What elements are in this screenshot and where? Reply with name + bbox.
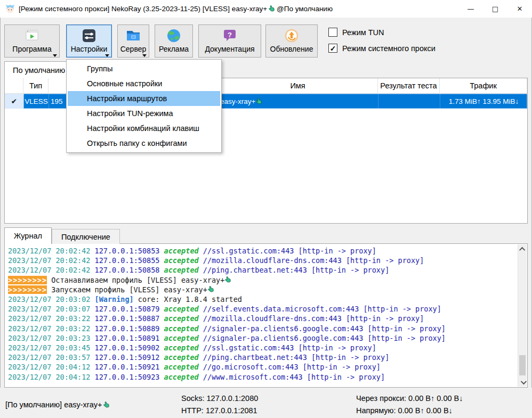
col-header-type[interactable]: Тип	[23, 78, 49, 94]
hand-cursor-icon	[224, 275, 232, 284]
log-line: 2023/12/07 20:04:12 127.0.0.1:50921 acce…	[8, 362, 526, 372]
log-line: 2023/12/07 20:03:22 127.0.0.1:50887 acce…	[8, 314, 526, 323]
log-status: accepted	[164, 324, 203, 333]
log-timestamp: 2023/12/07 20:03:45	[8, 343, 95, 352]
tun-mode-row[interactable]: Режим TUN	[328, 28, 436, 37]
tun-mode-label: Режим TUN	[342, 28, 384, 37]
system-proxy-checkbox[interactable]	[328, 44, 337, 53]
update-button[interactable]: Обновление	[265, 24, 318, 58]
log-timestamp: 2023/12/07 20:04:12	[8, 373, 95, 381]
log-line: 2023/12/07 20:02:42 127.0.0.1:50858 acce…	[8, 265, 526, 275]
log-line: >>>>>>>> Запускаем профиль [VLESS] easy-…	[8, 285, 526, 294]
documentation-bubble-icon: ?	[221, 27, 238, 44]
nekoray-app-icon	[5, 4, 15, 14]
active-profile-text: [По умолчанию] easy-xray+	[5, 400, 102, 409]
log-destination: //ping.chartbeat.net:443 [http-in -> pro…	[203, 266, 390, 274]
tab-log[interactable]: Журнал	[4, 227, 52, 244]
close-button[interactable]: ✕	[507, 0, 532, 18]
ads-button[interactable]: Реклама	[155, 24, 193, 58]
chevron-down-icon	[53, 54, 57, 57]
log-timestamp: 2023/12/07 20:03:07	[8, 305, 95, 313]
http-address: HTTP: 127.0.0.1:2081	[181, 406, 257, 415]
log-status: accepted	[164, 247, 203, 255]
log-timestamp: 2023/12/07 20:03:57	[8, 353, 95, 362]
log-status: accepted	[164, 305, 203, 313]
log-line: 2023/12/07 20:03:02 [Warning] core: Xray…	[8, 294, 526, 304]
log-destination: //ping.chartbeat.net:443 [http-in -> pro…	[203, 353, 390, 362]
row-type-cell: VLESS	[23, 94, 49, 109]
log-destination: //mozilla.cloudflare-dns.com:443 [http-i…	[203, 256, 424, 265]
log-destination: //mozilla.cloudflare-dns.com:443 [http-i…	[203, 314, 424, 323]
log-destination: //self.events.data.microsoft.com:443 [ht…	[203, 305, 441, 313]
log-line: 2023/12/07 20:03:07 127.0.0.1:50879 acce…	[8, 304, 526, 314]
tab-connections[interactable]: Подключение	[52, 229, 120, 244]
documentation-button[interactable]: ? Документация	[198, 24, 261, 58]
tab-log-label: Журнал	[14, 232, 42, 240]
log-source-ip: 127.0.0.1:50921	[95, 363, 164, 371]
settings-button[interactable]: Настройки	[66, 24, 112, 58]
system-proxy-row[interactable]: Режим системного прокси	[328, 44, 436, 53]
group-tab-label: По умолчанию	[13, 66, 65, 75]
minimize-button[interactable]: —	[458, 0, 483, 18]
server-label: Сервер	[120, 45, 147, 53]
log-source-ip: 127.0.0.1:50902	[95, 343, 164, 352]
server-button[interactable]: Сервер	[117, 24, 149, 58]
log-pane[interactable]: 2023/12/07 20:02:42 127.0.0.1:50853 acce…	[4, 243, 528, 388]
col-header-test[interactable]: Результат теста	[378, 78, 440, 94]
col-header-name[interactable]: Имя	[218, 78, 378, 94]
log-lines: 2023/12/07 20:02:42 127.0.0.1:50853 acce…	[5, 244, 527, 382]
scroll-up-icon[interactable]	[518, 244, 527, 253]
hand-cursor-icon	[207, 285, 215, 294]
log-timestamp: 2023/12/07 20:03:22	[8, 324, 95, 333]
chevron-down-icon	[105, 54, 109, 57]
menu-item-basic-settings[interactable]: Основные настройки	[68, 76, 220, 91]
log-destination: //go.microsoft.com:443 [http-in -> proxy…	[203, 363, 381, 371]
row-test-cell	[378, 94, 440, 109]
log-destination: //ssl.gstatic.com:443 [http-in -> proxy]	[203, 247, 376, 255]
settings-label: Настройки	[71, 45, 108, 53]
scrollbar-thumb[interactable]	[519, 355, 526, 375]
svg-text:?: ?	[228, 31, 232, 39]
log-source-ip: 127.0.0.1:50855	[95, 256, 164, 265]
log-message: Останавливаем профиль [VLESS] easy-xray+	[47, 276, 224, 284]
globe-icon	[165, 27, 182, 44]
scroll-down-icon[interactable]	[518, 378, 527, 387]
server-folder-icon	[125, 27, 142, 44]
log-line: 2023/12/07 20:03:45 127.0.0.1:50902 acce…	[8, 343, 526, 353]
hand-cursor-icon	[255, 97, 263, 106]
log-line: 2023/12/07 20:03:22 127.0.0.1:50889 acce…	[8, 324, 526, 333]
log-status: accepted	[164, 343, 203, 352]
tun-mode-checkbox[interactable]	[328, 28, 337, 37]
direct-traffic: Напрямую: 0.00 B↑ 0.00 B↓	[356, 406, 453, 415]
log-destination: //signaler-pa.clients6.google.com:443 [h…	[203, 334, 446, 342]
row-check-cell: ✔	[5, 94, 23, 109]
col-header-traffic[interactable]: Трафик	[440, 78, 527, 94]
menu-item-hotkey-settings[interactable]: Настройки комбинаций клавиш	[68, 121, 220, 136]
group-tab-default[interactable]: По умолчанию	[4, 61, 74, 78]
menu-item-groups[interactable]: Группы	[68, 61, 220, 76]
log-timestamp: 2023/12/07 20:03:02	[8, 295, 95, 304]
log-scrollbar[interactable]	[518, 244, 527, 387]
hand-cursor-icon	[102, 400, 111, 409]
traffic-counters: Через прокси: 0.00 B↑ 0.00 B↓Напрямую: 0…	[356, 392, 463, 417]
title-bar: [Режим системного прокси] NekoRay (3.25-…	[0, 0, 532, 18]
chevron-down-icon	[142, 54, 147, 57]
window-controls: — □ ✕	[458, 0, 532, 18]
log-status: accepted	[164, 314, 203, 323]
menu-item-tun-settings[interactable]: Настройки TUN-режима	[68, 106, 220, 121]
documentation-label: Документация	[205, 45, 254, 53]
col-header-check[interactable]	[5, 78, 23, 94]
tab-connections-label: Подключение	[61, 233, 110, 241]
log-status: accepted	[164, 266, 203, 274]
log-line: 2023/12/07 20:03:23 127.0.0.1:50891 acce…	[8, 333, 526, 343]
update-label: Обновление	[270, 45, 313, 53]
update-arrow-icon	[283, 27, 300, 44]
maximize-button[interactable]: □	[483, 0, 507, 18]
menu-item-open-config-folder[interactable]: Открыть папку с конфигами	[68, 136, 220, 151]
log-timestamp: 2023/12/07 20:04:12	[8, 363, 95, 371]
program-button[interactable]: Программа	[4, 24, 60, 58]
log-timestamp: 2023/12/07 20:03:23	[8, 334, 95, 342]
menu-item-routing-settings[interactable]: Настройки маршрутов	[68, 91, 220, 106]
log-timestamp: 2023/12/07 20:02:42	[8, 247, 95, 255]
log-source-ip: 127.0.0.1:50858	[95, 266, 164, 274]
